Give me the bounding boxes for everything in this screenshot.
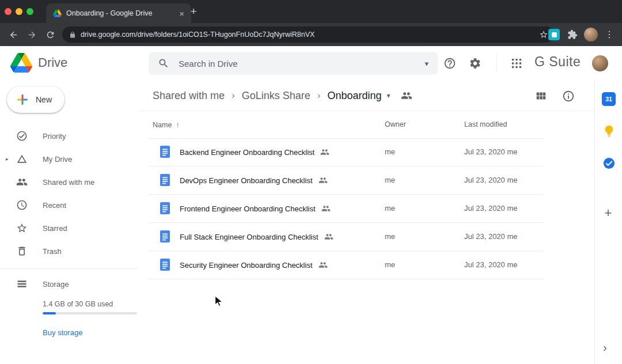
star-icon bbox=[16, 222, 28, 234]
search-bar[interactable]: ▾ bbox=[149, 52, 438, 75]
bookmark-star-icon[interactable] bbox=[539, 30, 548, 39]
file-name: Security Engineer Onboarding Checklist bbox=[180, 261, 313, 270]
browser-menu-icon[interactable]: ⋮ bbox=[605, 28, 614, 41]
breadcrumb-golinks-share[interactable]: GoLinks Share bbox=[242, 90, 310, 102]
file-owner: me bbox=[385, 195, 395, 222]
mouse-cursor bbox=[214, 295, 225, 309]
sidebar-item-recent[interactable]: Recent bbox=[0, 194, 138, 217]
drive-home-link[interactable]: Drive bbox=[10, 53, 67, 73]
browser-tab[interactable]: Onboarding - Google Drive × bbox=[46, 3, 191, 23]
drive-favicon-icon bbox=[53, 9, 62, 17]
breadcrumb-current-folder[interactable]: Onboarding bbox=[327, 90, 381, 102]
url-text: drive.google.com/drive/folders/1oiCO1S-T… bbox=[81, 31, 314, 39]
file-name-cell: Backend Engineer Onboarding Checklist bbox=[180, 138, 329, 166]
sidebar-item-my-drive[interactable]: ▸ My Drive bbox=[0, 147, 138, 170]
google-docs-icon bbox=[160, 146, 170, 158]
minimize-window-button[interactable] bbox=[16, 8, 22, 15]
file-last-modified: Jul 23, 2020 me bbox=[464, 166, 518, 194]
tasks-icon[interactable] bbox=[602, 157, 616, 170]
reload-icon bbox=[45, 30, 55, 40]
column-header-last-modified: Last modified bbox=[464, 111, 507, 138]
sidebar-nav: Priority ▸ My Drive Shared with me Recen… bbox=[0, 124, 138, 263]
google-apps-grid-icon[interactable] bbox=[510, 57, 523, 70]
tab-title: Onboarding - Google Drive bbox=[66, 9, 172, 17]
drive-logo-icon bbox=[10, 53, 32, 73]
people-icon bbox=[16, 176, 28, 188]
sidebar-item-starred[interactable]: Starred bbox=[0, 217, 138, 240]
forward-button[interactable] bbox=[23, 29, 40, 40]
sidebar-item-label: Trash bbox=[43, 247, 62, 256]
column-header-owner: Owner bbox=[385, 111, 406, 138]
priority-check-icon bbox=[16, 130, 28, 142]
folder-shared-icon bbox=[401, 90, 412, 101]
table-header: Name ↑ Owner Last modified bbox=[149, 111, 543, 139]
back-arrow-icon bbox=[9, 30, 18, 40]
close-tab-icon[interactable]: × bbox=[177, 9, 187, 18]
file-last-modified: Jul 23, 2020 me bbox=[464, 138, 518, 166]
search-options-caret-icon[interactable]: ▾ bbox=[424, 59, 428, 68]
column-name-label: Name bbox=[153, 121, 172, 129]
settings-gear-icon[interactable] bbox=[469, 57, 481, 70]
sidebar-item-shared-with-me[interactable]: Shared with me bbox=[0, 170, 138, 194]
table-row[interactable]: Backend Engineer Onboarding Checklist me… bbox=[149, 138, 543, 166]
sort-ascending-icon: ↑ bbox=[176, 120, 180, 129]
https-lock-icon[interactable] bbox=[69, 31, 76, 39]
reload-button[interactable] bbox=[41, 29, 59, 40]
sidebar-divider bbox=[0, 268, 138, 269]
close-window-button[interactable] bbox=[5, 8, 12, 15]
shared-people-icon bbox=[321, 204, 331, 213]
grid-view-icon[interactable] bbox=[534, 90, 547, 103]
account-avatar[interactable] bbox=[592, 55, 608, 71]
calendar-icon[interactable]: 31 bbox=[602, 92, 616, 106]
storage-icon bbox=[16, 278, 28, 290]
sidebar-item-priority[interactable]: Priority bbox=[0, 124, 138, 147]
my-drive-triangle-icon bbox=[16, 153, 28, 165]
browser-profile-avatar[interactable] bbox=[584, 28, 598, 41]
google-docs-icon bbox=[160, 202, 170, 214]
column-header-name[interactable]: Name ↑ bbox=[153, 111, 180, 138]
address-bar[interactable]: drive.google.com/drive/folders/1oiCO1S-T… bbox=[62, 26, 554, 43]
sidebar-item-trash[interactable]: Trash bbox=[0, 240, 138, 263]
back-button[interactable] bbox=[5, 29, 22, 40]
file-last-modified: Jul 23, 2020 me bbox=[464, 223, 518, 251]
gsuite-logo: G Suite bbox=[534, 54, 581, 70]
file-name-cell: Frontend Engineer Onboarding Checklist bbox=[180, 195, 331, 222]
table-row[interactable]: Security Engineer Onboarding Checklist m… bbox=[149, 251, 543, 279]
get-addons-plus-icon[interactable]: + bbox=[601, 206, 615, 220]
shared-people-icon bbox=[318, 260, 328, 270]
info-icon[interactable] bbox=[562, 90, 575, 103]
breadcrumb-shared-with-me[interactable]: Shared with me bbox=[153, 90, 225, 102]
forward-arrow-icon bbox=[27, 30, 37, 40]
buy-storage-link[interactable]: Buy storage bbox=[43, 328, 82, 337]
extension-glyph bbox=[552, 32, 557, 37]
expand-arrow-icon[interactable]: ▸ bbox=[6, 156, 9, 162]
collapse-panel-icon[interactable]: › bbox=[603, 341, 607, 354]
table-row[interactable]: DevOps Engineer Onboarding Checklist me … bbox=[149, 166, 543, 195]
search-input[interactable] bbox=[177, 58, 416, 69]
browser-extension-icon[interactable] bbox=[548, 29, 560, 40]
file-name: DevOps Engineer Onboarding Checklist bbox=[180, 176, 313, 185]
file-list: Backend Engineer Onboarding Checklist me… bbox=[149, 138, 543, 279]
file-name-cell: Full Stack Engineer Onboarding Checklist bbox=[180, 223, 333, 251]
breadcrumb-separator-icon: › bbox=[232, 90, 235, 101]
new-button[interactable]: New bbox=[7, 86, 65, 113]
folder-menu-caret-icon[interactable]: ▾ bbox=[387, 92, 390, 100]
shared-people-icon bbox=[324, 232, 333, 241]
keep-lightbulb-icon[interactable] bbox=[602, 124, 616, 138]
help-icon[interactable] bbox=[443, 57, 456, 70]
search-icon[interactable] bbox=[158, 58, 169, 69]
file-owner: me bbox=[385, 138, 395, 166]
sidebar-item-label: My Drive bbox=[43, 155, 72, 164]
sidebar-item-storage[interactable]: Storage bbox=[0, 272, 138, 295]
new-tab-button[interactable]: + bbox=[187, 5, 200, 18]
calendar-day-label: 31 bbox=[605, 96, 612, 103]
table-row[interactable]: Full Stack Engineer Onboarding Checklist… bbox=[149, 223, 543, 251]
side-panel: 31 + › bbox=[594, 81, 622, 364]
fullscreen-window-button[interactable] bbox=[26, 8, 33, 15]
file-last-modified: Jul 23, 2020 me bbox=[464, 251, 518, 279]
sidebar-item-label: Shared with me bbox=[43, 178, 94, 187]
extensions-puzzle-icon[interactable] bbox=[567, 29, 578, 40]
table-row[interactable]: Frontend Engineer Onboarding Checklist m… bbox=[149, 195, 543, 223]
header-divider bbox=[496, 54, 497, 73]
screen: Onboarding - Google Drive × + drive.goog… bbox=[0, 0, 622, 364]
